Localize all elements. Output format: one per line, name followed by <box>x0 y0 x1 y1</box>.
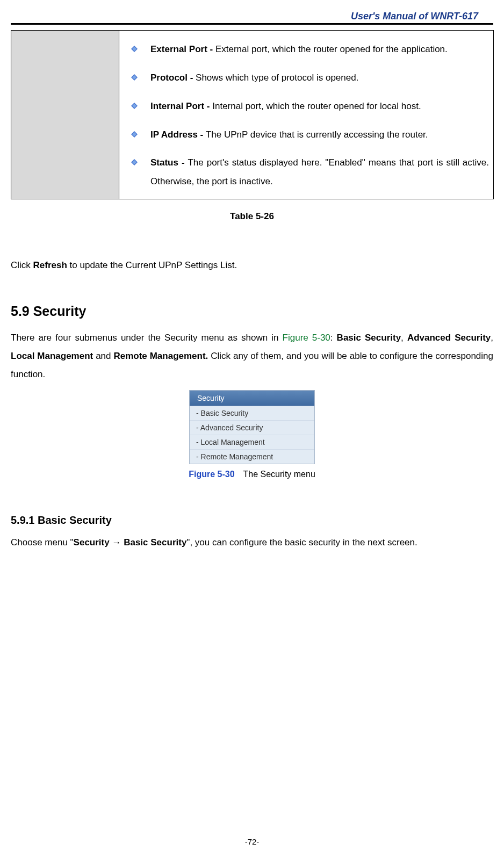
p-text: , <box>491 333 493 343</box>
security-menu-figure: Security - Basic Security - Advanced Sec… <box>189 390 315 464</box>
p-text: ", you can configure the basic security … <box>186 537 417 547</box>
refresh-instruction: Click Refresh to update the Current UPnP… <box>11 257 493 274</box>
page-header-title: User's Manual of WNRT-617 <box>5 11 499 22</box>
subsection-paragraph: Choose menu "Security → Basic Security",… <box>11 534 493 551</box>
bullet-ip-address: IP Address - The UPnP device that is cur… <box>128 126 489 145</box>
section-heading-security: 5.9 Security <box>11 304 493 319</box>
submenu-local-management: Local Management <box>11 351 93 361</box>
diamond-icon <box>131 46 138 52</box>
term-desc: Shows which type of protocol is opened. <box>196 73 358 83</box>
definitions-table: External Port - External port, which the… <box>11 30 494 199</box>
table-caption: Table 5-26 <box>5 211 499 222</box>
figure-link[interactable]: Figure 5-30 <box>283 333 330 343</box>
menu-path-security: Security <box>74 537 110 547</box>
p-text: There are four submenus under the Securi… <box>11 333 283 343</box>
term-desc: The UPnP device that is currently access… <box>206 129 428 140</box>
term-label: External Port - <box>150 44 215 54</box>
term-label: Status - <box>150 157 188 168</box>
p-text: and <box>93 351 113 361</box>
p-text: , <box>401 333 407 343</box>
table-left-placeholder <box>11 31 119 199</box>
menu-header-security[interactable]: Security <box>190 391 314 406</box>
table-definitions-cell: External Port - External port, which the… <box>119 31 494 199</box>
menu-path-basic-security: Basic Security <box>124 537 186 547</box>
submenu-remote-management: Remote Management. <box>113 351 208 361</box>
subsection-heading-basic-security: 5.9.1 Basic Security <box>11 514 493 527</box>
term-label: Internal Port - <box>150 101 212 111</box>
figure-caption-text: The Security menu <box>243 470 315 479</box>
diamond-icon <box>131 131 138 138</box>
term-label: Protocol - <box>150 73 196 83</box>
p-text: : <box>330 333 337 343</box>
page-number: -72- <box>0 837 504 846</box>
bullet-internal-port: Internal Port - Internal port, which the… <box>128 97 489 116</box>
menu-item-remote-management[interactable]: - Remote Management <box>190 449 314 464</box>
term-desc: Internal port, which the router opened f… <box>212 101 421 111</box>
bullet-protocol: Protocol - Shows which type of protocol … <box>128 69 489 88</box>
figure-label: Figure 5-30 <box>189 470 234 479</box>
text-post: to update the Current UPnP Settings List… <box>67 260 237 270</box>
text-pre: Click <box>11 260 33 270</box>
header-divider <box>11 23 493 25</box>
submenu-advanced-security: Advanced Security <box>407 333 491 343</box>
menu-item-advanced-security[interactable]: - Advanced Security <box>190 420 314 435</box>
section-intro-paragraph: There are four submenus under the Securi… <box>11 329 493 384</box>
diamond-icon <box>131 159 138 165</box>
bullet-status: Status - The port's status displayed her… <box>128 154 489 191</box>
menu-item-basic-security[interactable]: - Basic Security <box>190 406 314 420</box>
term-label: IP Address - <box>150 129 206 140</box>
figure-caption: Figure 5-30The Security menu <box>5 470 499 479</box>
diamond-icon <box>131 103 138 109</box>
p-text: Choose menu " <box>11 537 74 547</box>
submenu-basic-security: Basic Security <box>337 333 401 343</box>
refresh-bold: Refresh <box>33 260 67 270</box>
diamond-icon <box>131 74 138 81</box>
arrow-icon: → <box>110 537 124 547</box>
bullet-external-port: External Port - External port, which the… <box>128 40 489 59</box>
term-desc: The port's status displayed here. "Enabl… <box>150 157 489 186</box>
menu-item-local-management[interactable]: - Local Management <box>190 435 314 449</box>
term-desc: External port, which the router opened f… <box>215 44 448 54</box>
